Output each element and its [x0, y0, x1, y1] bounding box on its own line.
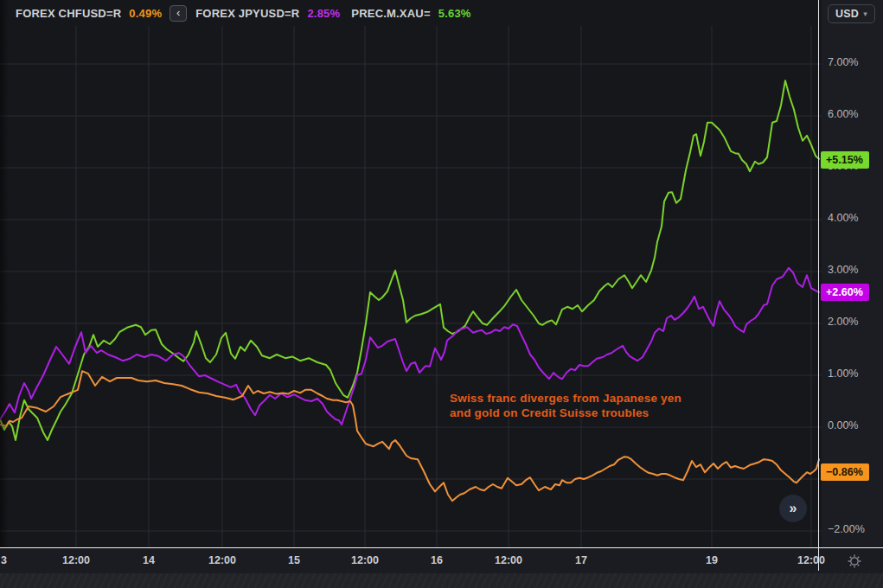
- legend-bar: FOREX CHFUSD=R 0.49% ‹ FOREX JPYUSD=R 2.…: [0, 0, 829, 26]
- x-axis-label: 17: [575, 554, 587, 566]
- legend-item-xau[interactable]: PREC.M.XAU= 5.63%: [351, 7, 470, 20]
- legend-item-jpyusd[interactable]: FOREX JPYUSD=R 2.85%: [195, 7, 340, 20]
- collapse-legend-button[interactable]: ‹: [170, 5, 187, 22]
- x-axis-label: 12:00: [351, 554, 379, 566]
- x-axis-label: 12:00: [208, 554, 236, 566]
- legend-item-chfusd[interactable]: FOREX CHFUSD=R 0.49%: [16, 7, 162, 20]
- x-axis-label: 12:00: [62, 554, 90, 566]
- y-axis-label: 2.00%: [828, 316, 858, 331]
- series-line-forex-chfusd-r: [0, 371, 819, 501]
- last-value-badge: +2.60%: [821, 284, 869, 301]
- annotation-line-1: Swiss franc diverges from Japanese yen: [450, 391, 681, 406]
- y-axis-label: 0.00%: [828, 419, 858, 435]
- x-axis-label: 14: [143, 554, 155, 566]
- series-line-prec-m-xau-: [0, 80, 819, 440]
- ticker-value: 2.85%: [307, 7, 340, 20]
- annotation-line-2: and gold on Credit Suisse troubles: [450, 406, 681, 420]
- x-axis-strip: 312:001412:001512:001612:00171912:00: [0, 547, 883, 573]
- ticker-label: FOREX CHFUSD=R: [16, 7, 121, 20]
- ticker-label: PREC.M.XAU=: [351, 7, 430, 20]
- bottom-chrome-bar: [0, 573, 883, 588]
- chevron-down-icon: ▾: [863, 10, 867, 18]
- x-axis-label: 15: [288, 554, 300, 566]
- y-axis-label: 7.00%: [828, 56, 858, 72]
- ticker-value: 5.63%: [438, 7, 471, 20]
- plot-svg[interactable]: [0, 0, 822, 572]
- series-line-forex-jpyusd-r: [0, 268, 819, 425]
- y-axis-label: 4.00%: [828, 212, 858, 227]
- last-value-badge: −0.86%: [821, 463, 869, 481]
- x-axis-label: 12:00: [495, 554, 522, 566]
- expand-button[interactable]: »: [779, 495, 807, 522]
- x-axis-label: 3: [1, 554, 7, 566]
- x-axis-label: 19: [706, 554, 718, 566]
- y-axis-label: 3.00%: [828, 264, 858, 279]
- chart-annotation: Swiss franc diverges from Japanese yen a…: [450, 391, 681, 420]
- x-axis-label: 12:00: [797, 554, 825, 566]
- gear-icon[interactable]: [847, 553, 862, 569]
- crosshair-line: [818, 0, 819, 571]
- currency-label: USD: [835, 8, 859, 20]
- ticker-label: FOREX JPYUSD=R: [195, 7, 299, 20]
- chart-window: FOREX CHFUSD=R 0.49% ‹ FOREX JPYUSD=R 2.…: [0, 0, 883, 588]
- y-axis-label: −2.00%: [828, 523, 865, 539]
- left-edge-shade: [0, 0, 9, 547]
- y-axis-label: 1.00%: [828, 368, 858, 383]
- x-axis-label: 16: [431, 554, 443, 566]
- last-value-badge: +5.15%: [821, 151, 869, 169]
- currency-selector[interactable]: USD ▾: [828, 4, 875, 23]
- ticker-value: 0.49%: [129, 7, 162, 20]
- y-axis-label: 6.00%: [828, 108, 858, 124]
